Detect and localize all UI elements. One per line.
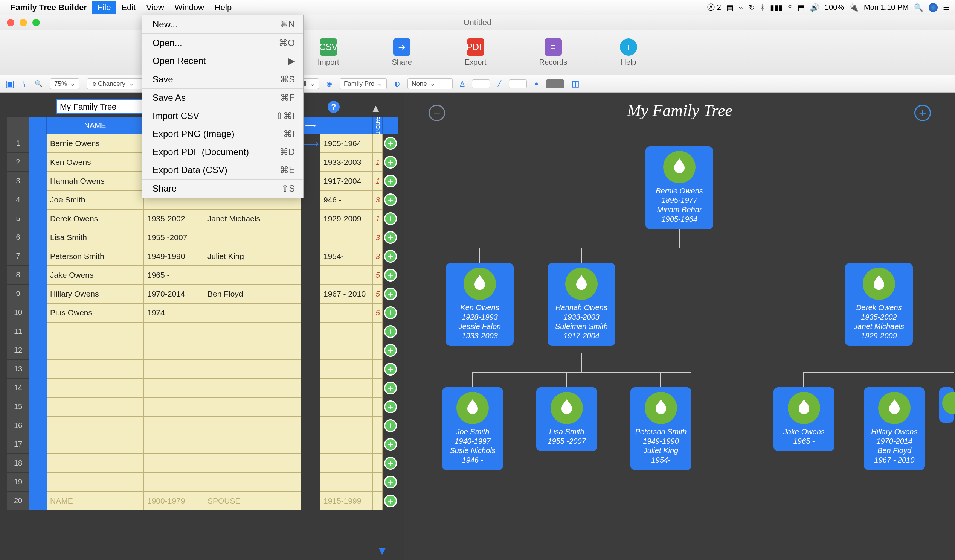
- add-row-button[interactable]: +: [383, 454, 398, 473]
- add-node-button[interactable]: ＋: [914, 105, 931, 121]
- row-marker[interactable]: [30, 228, 47, 247]
- row-marker[interactable]: [30, 416, 47, 435]
- cell-spouse-dates[interactable]: 1917-2004: [320, 172, 373, 190]
- file-export-png[interactable]: Export PNG (Image)⌘I: [142, 125, 303, 143]
- airplay-icon[interactable]: ⬒: [798, 3, 805, 12]
- cell-parent[interactable]: [373, 322, 383, 341]
- row-marker[interactable]: [30, 435, 47, 454]
- cell-spouse[interactable]: [204, 398, 301, 416]
- cell-spouse-dates[interactable]: 1954-: [320, 247, 373, 266]
- cell-spouse-dates[interactable]: [320, 360, 373, 379]
- cell-spouse-dates[interactable]: [320, 322, 373, 341]
- font-select[interactable]: le Chancery ⌄: [87, 78, 147, 89]
- disk-icon[interactable]: ▤: [726, 3, 734, 12]
- file-save-as[interactable]: Save As⌘F: [142, 89, 303, 107]
- cell-spouse-dates[interactable]: [320, 416, 373, 435]
- linecolor-swatch[interactable]: [509, 80, 527, 89]
- cell-dates[interactable]: 1965 -: [144, 266, 204, 284]
- cell-dates[interactable]: 1970-2014: [144, 284, 204, 303]
- cell-spouse[interactable]: [204, 228, 301, 247]
- cell-parent[interactable]: [373, 134, 383, 153]
- cell-spouse-dates[interactable]: [320, 266, 373, 284]
- node-root[interactable]: Bernie Owens1895-1977 Miriam Behar1905-1…: [645, 147, 713, 229]
- menu-help[interactable]: Help: [209, 1, 237, 14]
- cell-spouse-dates[interactable]: [320, 454, 373, 473]
- add-row-button[interactable]: +: [383, 322, 398, 341]
- cell-dates[interactable]: [144, 435, 204, 454]
- wifi-icon[interactable]: ⌔: [788, 3, 792, 12]
- file-new[interactable]: New...⌘N: [142, 16, 303, 34]
- row-marker[interactable]: [30, 266, 47, 284]
- add-row-button[interactable]: +: [383, 190, 398, 209]
- cell-spouse[interactable]: [204, 322, 301, 341]
- file-export-pdf[interactable]: Export PDF (Document)⌘D: [142, 143, 303, 161]
- cell-dates[interactable]: [144, 454, 204, 473]
- cell-dates[interactable]: [144, 473, 204, 491]
- cell-parent[interactable]: 1: [373, 172, 383, 190]
- node-hannah[interactable]: Hannah Owens1933-2003 Suleiman Smith1917…: [548, 263, 615, 346]
- cell-name[interactable]: [47, 360, 144, 379]
- table-row[interactable]: 12+: [7, 341, 404, 360]
- add-row-button[interactable]: +: [383, 247, 398, 266]
- add-row-button[interactable]: +: [383, 266, 398, 284]
- cell-name[interactable]: [47, 435, 144, 454]
- cell-spouse-dates[interactable]: 1929-2009: [320, 209, 373, 228]
- node-derek[interactable]: Derek Owens1935-2002 Janet Michaels1929-…: [845, 263, 913, 346]
- row-marker[interactable]: [30, 341, 47, 360]
- cell-parent[interactable]: [373, 473, 383, 491]
- cell-spouse[interactable]: Juliet King: [204, 247, 301, 266]
- row-marker[interactable]: [30, 491, 47, 510]
- panel-icon[interactable]: ◫: [571, 79, 579, 89]
- file-import-csv[interactable]: Import CSV⇧⌘I: [142, 107, 303, 125]
- node-partial[interactable]: [939, 387, 954, 423]
- add-row-button[interactable]: +: [383, 473, 398, 491]
- toolbar-help[interactable]: iHelp: [620, 38, 637, 67]
- add-row-button[interactable]: +: [383, 228, 398, 247]
- table-row[interactable]: 10Pius Owens1974 -5+: [7, 303, 404, 322]
- add-row-button[interactable]: +: [383, 416, 398, 435]
- cell-parent[interactable]: 1: [373, 209, 383, 228]
- cell-parent[interactable]: [373, 454, 383, 473]
- add-row-button[interactable]: +: [383, 491, 398, 510]
- cell-spouse[interactable]: [204, 360, 301, 379]
- cell-spouse-dates[interactable]: 1967 - 2010: [320, 284, 373, 303]
- zoom-icon[interactable]: 🔍: [34, 80, 42, 88]
- cell-name[interactable]: [47, 322, 144, 341]
- theme-select[interactable]: Family Pro ⌄: [340, 78, 387, 89]
- file-share[interactable]: Share⇧S: [142, 179, 303, 198]
- adobe-icon[interactable]: Ⓐ 2: [707, 2, 721, 12]
- cell-spouse[interactable]: SPOUSE: [204, 491, 301, 510]
- menu-file[interactable]: File: [92, 1, 116, 14]
- cell-spouse-dates[interactable]: 946 -: [320, 190, 373, 209]
- add-row-button[interactable]: +: [383, 360, 398, 379]
- fill-swatch[interactable]: [546, 80, 564, 89]
- toolbar-records[interactable]: ≡Records: [539, 38, 567, 67]
- menu-view[interactable]: View: [141, 1, 169, 14]
- table-row[interactable]: 20NAME1900-1979SPOUSE1915-1999+: [7, 491, 404, 510]
- cell-dates[interactable]: 1935-2002: [144, 209, 204, 228]
- cell-name[interactable]: Lisa Smith: [47, 228, 144, 247]
- cell-spouse[interactable]: Ben Floyd: [204, 284, 301, 303]
- cell-name[interactable]: Joe Smith: [47, 190, 144, 209]
- cell-spouse[interactable]: [204, 266, 301, 284]
- fill-icon[interactable]: ●: [534, 80, 538, 88]
- cell-parent[interactable]: [373, 379, 383, 398]
- cell-name[interactable]: [47, 473, 144, 491]
- add-row-button[interactable]: +: [383, 341, 398, 360]
- cell-parent[interactable]: 5: [373, 284, 383, 303]
- row-marker[interactable]: [30, 454, 47, 473]
- row-marker[interactable]: [30, 190, 47, 209]
- table-row[interactable]: 9Hillary Owens1970-2014Ben Floyd1967 - 2…: [7, 284, 404, 303]
- cell-name[interactable]: Pius Owens: [47, 303, 144, 322]
- cell-parent[interactable]: 5: [373, 303, 383, 322]
- hierarchy-icon[interactable]: ⑂: [22, 79, 27, 89]
- cell-name[interactable]: Ken Owens: [47, 153, 144, 172]
- table-row[interactable]: 17+: [7, 435, 404, 454]
- help-bubble-icon[interactable]: ?: [328, 101, 340, 113]
- cell-spouse[interactable]: [204, 435, 301, 454]
- close-window-button[interactable]: [7, 19, 14, 27]
- tree-pane[interactable]: − ＋ My Family Tree: [404, 93, 955, 560]
- cell-dates[interactable]: [144, 360, 204, 379]
- cell-spouse-dates[interactable]: [320, 303, 373, 322]
- cell-spouse[interactable]: [204, 379, 301, 398]
